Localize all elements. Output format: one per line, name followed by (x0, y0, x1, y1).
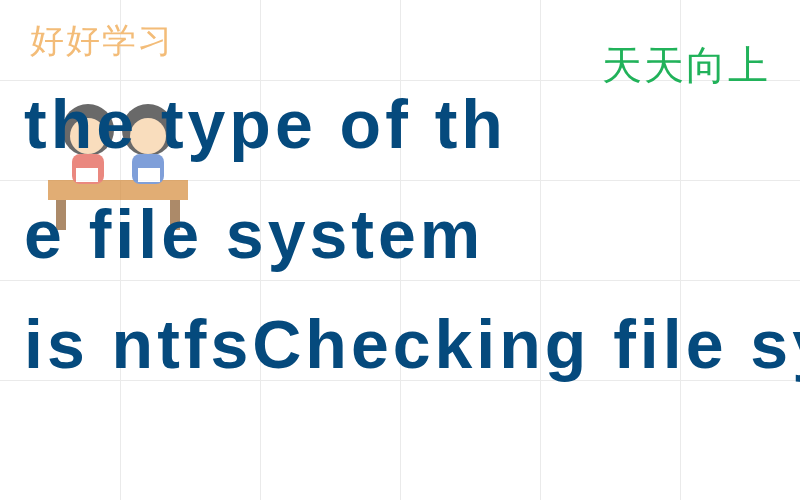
svg-rect-10 (138, 168, 160, 182)
question-line-1: the type of th (24, 90, 507, 158)
watermark-top-right-slogan: 天天向上 (602, 38, 770, 93)
question-line-3: is ntfsChecking file system on D (24, 310, 800, 378)
svg-rect-9 (76, 168, 98, 182)
watermark-top-left: 好好学习 (30, 18, 174, 64)
question-line-2: e file system (24, 200, 507, 268)
